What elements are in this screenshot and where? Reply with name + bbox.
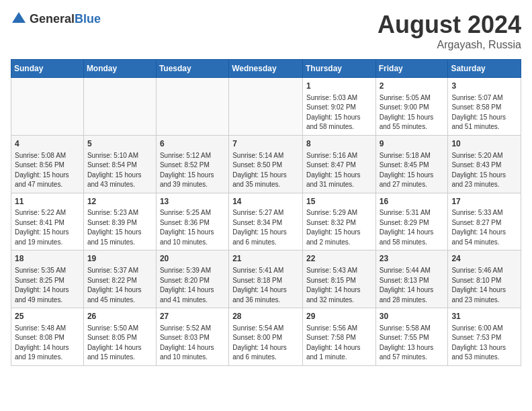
day-info: Sunrise: 5:14 AM Sunset: 8:50 PM Dayligh… xyxy=(232,151,299,190)
calendar-cell: 30Sunrise: 5:58 AM Sunset: 7:55 PM Dayli… xyxy=(375,308,448,366)
calendar-cell: 20Sunrise: 5:39 AM Sunset: 8:20 PM Dayli… xyxy=(156,250,228,308)
day-number: 22 xyxy=(306,253,372,265)
day-info: Sunrise: 5:25 AM Sunset: 8:36 PM Dayligh… xyxy=(160,208,225,247)
calendar-cell: 23Sunrise: 5:44 AM Sunset: 8:13 PM Dayli… xyxy=(375,250,448,308)
day-number: 26 xyxy=(87,311,152,322)
day-info: Sunrise: 5:22 AM Sunset: 8:41 PM Dayligh… xyxy=(15,208,80,247)
weekday-header-saturday: Saturday xyxy=(448,60,521,78)
calendar-cell xyxy=(83,78,156,136)
day-number: 24 xyxy=(451,253,517,265)
logo-icon xyxy=(11,11,27,27)
day-number: 31 xyxy=(451,311,517,322)
day-info: Sunrise: 5:46 AM Sunset: 8:10 PM Dayligh… xyxy=(451,266,517,305)
calendar-cell: 14Sunrise: 5:27 AM Sunset: 8:34 PM Dayli… xyxy=(229,193,303,250)
page-header: GeneralBlue August 2024 Argayash, Russia xyxy=(11,11,521,51)
calendar-cell: 9Sunrise: 5:18 AM Sunset: 8:45 PM Daylig… xyxy=(375,135,448,193)
calendar-table: SundayMondayTuesdayWednesdayThursdayFrid… xyxy=(11,59,521,366)
calendar-week-row: 1Sunrise: 5:03 AM Sunset: 9:02 PM Daylig… xyxy=(11,78,521,136)
calendar-cell xyxy=(11,78,84,136)
day-info: Sunrise: 6:00 AM Sunset: 7:53 PM Dayligh… xyxy=(451,324,517,363)
day-info: Sunrise: 5:50 AM Sunset: 8:05 PM Dayligh… xyxy=(87,324,152,363)
calendar-cell: 8Sunrise: 5:16 AM Sunset: 8:47 PM Daylig… xyxy=(302,135,375,193)
day-number: 14 xyxy=(232,196,299,208)
day-number: 16 xyxy=(380,196,445,208)
day-info: Sunrise: 5:48 AM Sunset: 8:08 PM Dayligh… xyxy=(15,324,80,363)
calendar-cell: 15Sunrise: 5:29 AM Sunset: 8:32 PM Dayli… xyxy=(302,193,375,250)
calendar-cell: 12Sunrise: 5:23 AM Sunset: 8:39 PM Dayli… xyxy=(83,193,156,250)
calendar-cell: 19Sunrise: 5:37 AM Sunset: 8:22 PM Dayli… xyxy=(83,250,156,308)
day-number: 17 xyxy=(451,196,517,208)
calendar-cell: 11Sunrise: 5:22 AM Sunset: 8:41 PM Dayli… xyxy=(11,193,84,250)
day-info: Sunrise: 5:35 AM Sunset: 8:25 PM Dayligh… xyxy=(15,266,80,305)
calendar-cell xyxy=(156,78,228,136)
day-info: Sunrise: 5:29 AM Sunset: 8:32 PM Dayligh… xyxy=(306,208,372,247)
month-year-title: August 2024 xyxy=(378,11,521,39)
day-number: 30 xyxy=(380,311,445,322)
day-number: 19 xyxy=(87,253,152,265)
day-info: Sunrise: 5:07 AM Sunset: 8:58 PM Dayligh… xyxy=(451,93,517,132)
day-number: 29 xyxy=(306,311,372,322)
day-info: Sunrise: 5:37 AM Sunset: 8:22 PM Dayligh… xyxy=(87,266,152,305)
weekday-header-sunday: Sunday xyxy=(11,60,84,78)
day-number: 23 xyxy=(380,253,445,265)
calendar-cell: 22Sunrise: 5:43 AM Sunset: 8:15 PM Dayli… xyxy=(302,250,375,308)
day-info: Sunrise: 5:16 AM Sunset: 8:47 PM Dayligh… xyxy=(306,151,372,190)
calendar-cell: 26Sunrise: 5:50 AM Sunset: 8:05 PM Dayli… xyxy=(83,308,156,366)
weekday-header-friday: Friday xyxy=(375,60,448,78)
day-number: 13 xyxy=(160,196,225,208)
day-number: 11 xyxy=(15,196,80,208)
day-number: 25 xyxy=(15,311,80,322)
day-number: 7 xyxy=(232,138,299,150)
calendar-cell: 16Sunrise: 5:31 AM Sunset: 8:29 PM Dayli… xyxy=(375,193,448,250)
day-info: Sunrise: 5:54 AM Sunset: 8:00 PM Dayligh… xyxy=(232,324,299,363)
calendar-cell: 24Sunrise: 5:46 AM Sunset: 8:10 PM Dayli… xyxy=(448,250,521,308)
day-number: 15 xyxy=(306,196,372,208)
calendar-cell: 13Sunrise: 5:25 AM Sunset: 8:36 PM Dayli… xyxy=(156,193,228,250)
svg-marker-0 xyxy=(12,12,26,23)
weekday-header-tuesday: Tuesday xyxy=(156,60,228,78)
day-info: Sunrise: 5:43 AM Sunset: 8:15 PM Dayligh… xyxy=(306,266,372,305)
day-number: 9 xyxy=(380,138,445,150)
day-number: 18 xyxy=(15,253,80,265)
day-number: 8 xyxy=(306,138,372,150)
day-info: Sunrise: 5:20 AM Sunset: 8:43 PM Dayligh… xyxy=(451,151,517,190)
day-info: Sunrise: 5:41 AM Sunset: 8:18 PM Dayligh… xyxy=(232,266,299,305)
day-number: 6 xyxy=(160,138,225,150)
day-number: 4 xyxy=(15,138,80,150)
calendar-cell: 25Sunrise: 5:48 AM Sunset: 8:08 PM Dayli… xyxy=(11,308,84,366)
day-number: 2 xyxy=(380,81,445,92)
calendar-cell: 6Sunrise: 5:12 AM Sunset: 8:52 PM Daylig… xyxy=(156,135,228,193)
calendar-cell: 21Sunrise: 5:41 AM Sunset: 8:18 PM Dayli… xyxy=(229,250,303,308)
day-info: Sunrise: 5:23 AM Sunset: 8:39 PM Dayligh… xyxy=(87,208,152,247)
day-number: 20 xyxy=(160,253,225,265)
calendar-week-row: 18Sunrise: 5:35 AM Sunset: 8:25 PM Dayli… xyxy=(11,250,521,308)
calendar-cell: 10Sunrise: 5:20 AM Sunset: 8:43 PM Dayli… xyxy=(448,135,521,193)
day-info: Sunrise: 5:52 AM Sunset: 8:03 PM Dayligh… xyxy=(160,324,225,363)
weekday-header-row: SundayMondayTuesdayWednesdayThursdayFrid… xyxy=(11,60,521,78)
day-info: Sunrise: 5:39 AM Sunset: 8:20 PM Dayligh… xyxy=(160,266,225,305)
day-info: Sunrise: 5:08 AM Sunset: 8:56 PM Dayligh… xyxy=(15,151,80,190)
title-block: August 2024 Argayash, Russia xyxy=(378,11,521,51)
day-number: 5 xyxy=(87,138,152,150)
calendar-cell: 27Sunrise: 5:52 AM Sunset: 8:03 PM Dayli… xyxy=(156,308,228,366)
calendar-cell: 1Sunrise: 5:03 AM Sunset: 9:02 PM Daylig… xyxy=(302,78,375,136)
calendar-cell: 2Sunrise: 5:05 AM Sunset: 9:00 PM Daylig… xyxy=(375,78,448,136)
day-info: Sunrise: 5:56 AM Sunset: 7:58 PM Dayligh… xyxy=(306,324,372,363)
calendar-cell xyxy=(229,78,303,136)
day-info: Sunrise: 5:03 AM Sunset: 9:02 PM Dayligh… xyxy=(306,93,372,132)
day-number: 3 xyxy=(451,81,517,92)
day-info: Sunrise: 5:58 AM Sunset: 7:55 PM Dayligh… xyxy=(380,324,445,363)
logo-text: GeneralBlue xyxy=(30,12,101,26)
calendar-week-row: 11Sunrise: 5:22 AM Sunset: 8:41 PM Dayli… xyxy=(11,193,521,250)
day-info: Sunrise: 5:44 AM Sunset: 8:13 PM Dayligh… xyxy=(380,266,445,305)
weekday-header-monday: Monday xyxy=(83,60,156,78)
day-info: Sunrise: 5:10 AM Sunset: 8:54 PM Dayligh… xyxy=(87,151,152,190)
day-number: 27 xyxy=(160,311,225,322)
location-subtitle: Argayash, Russia xyxy=(378,39,521,51)
day-info: Sunrise: 5:33 AM Sunset: 8:27 PM Dayligh… xyxy=(451,208,517,247)
calendar-cell: 31Sunrise: 6:00 AM Sunset: 7:53 PM Dayli… xyxy=(448,308,521,366)
day-info: Sunrise: 5:27 AM Sunset: 8:34 PM Dayligh… xyxy=(232,208,299,247)
weekday-header-wednesday: Wednesday xyxy=(229,60,303,78)
calendar-cell: 4Sunrise: 5:08 AM Sunset: 8:56 PM Daylig… xyxy=(11,135,84,193)
calendar-cell: 5Sunrise: 5:10 AM Sunset: 8:54 PM Daylig… xyxy=(83,135,156,193)
